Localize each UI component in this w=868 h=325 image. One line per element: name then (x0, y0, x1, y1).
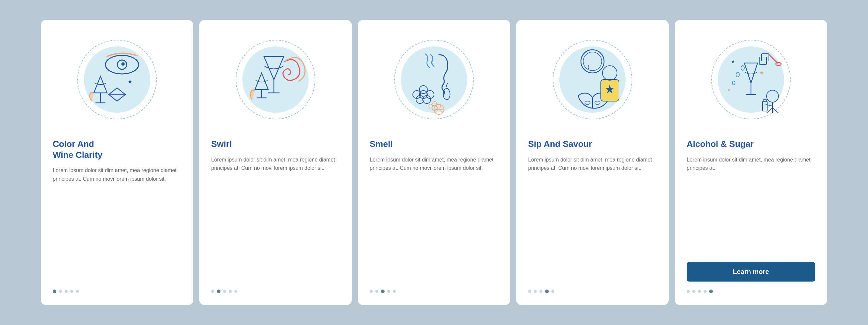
dot (387, 290, 390, 293)
illustration-sip-savour (528, 30, 657, 129)
sip-icon (549, 36, 636, 123)
svg-text:★: ★ (731, 59, 735, 64)
dot (704, 290, 707, 293)
card-5-title: Alcohol & Sugar (687, 139, 754, 150)
eye-wine-icon: ✦ (74, 36, 160, 123)
svg-text:✦: ✦ (127, 78, 133, 86)
swirl-icon (232, 36, 319, 123)
svg-point-38 (736, 72, 739, 77)
dot (229, 290, 232, 293)
svg-point-31 (585, 101, 590, 105)
card-4-text: Lorem ipsum dolor sit dim amet, mea regi… (528, 155, 657, 280)
svg-point-47 (767, 90, 778, 102)
svg-point-19 (420, 86, 427, 93)
dot (70, 290, 73, 293)
cards-container: ✦ Color And Wine Clarity Lorem ipsum dol… (41, 20, 827, 305)
svg-point-29 (581, 50, 604, 73)
svg-point-43 (776, 62, 781, 66)
svg-line-7 (109, 88, 117, 94)
dot (223, 290, 226, 293)
svg-point-21 (429, 104, 433, 108)
card-2-dots (211, 290, 238, 293)
dot-active (709, 290, 713, 293)
svg-point-37 (741, 66, 744, 70)
illustration-alcohol-sugar: ★ ★ ★ (687, 30, 815, 129)
svg-point-39 (733, 81, 735, 85)
svg-line-42 (769, 55, 777, 63)
dot (370, 290, 373, 293)
alcohol-icon: ★ ★ ★ (708, 36, 794, 123)
dot (698, 290, 701, 293)
dot-active (381, 290, 384, 293)
card-4-dots (528, 290, 554, 293)
dot (687, 290, 690, 293)
card-1-text: Lorem ipsum dolor sit dim amet, mea regi… (53, 166, 181, 280)
card-swirl: Swirl Lorem ipsum dolor sit dim amet, me… (199, 20, 352, 305)
svg-point-32 (595, 101, 600, 105)
dot (528, 290, 531, 293)
dot-active (545, 290, 549, 293)
dot (65, 290, 68, 293)
dot (375, 290, 378, 293)
card-sip-savour: Sip And Savour Lorem ipsum dolor sit dim… (516, 20, 669, 305)
illustration-swirl (211, 30, 340, 129)
illustration-smell (370, 30, 498, 129)
svg-point-34 (602, 66, 617, 80)
svg-rect-48 (763, 101, 767, 111)
card-4-title: Sip And Savour (528, 139, 592, 150)
card-1-title: Color And Wine Clarity (53, 139, 102, 160)
card-5-text: Lorem ipsum dolor sit dim amet, mea regi… (687, 155, 815, 253)
svg-line-8 (117, 88, 125, 94)
svg-text:★: ★ (759, 70, 764, 76)
dot (534, 290, 537, 293)
smell-icon (391, 36, 477, 123)
dot (692, 290, 695, 293)
illustration-color-wine-clarity: ✦ (53, 30, 181, 129)
card-2-text: Lorem ipsum dolor sit dim amet, mea regi… (211, 155, 340, 280)
card-1-dots (53, 290, 79, 293)
card-3-title: Smell (370, 139, 393, 150)
learn-more-button[interactable]: Learn more (687, 262, 815, 282)
svg-point-30 (583, 52, 602, 71)
dot (235, 290, 238, 293)
svg-point-2 (121, 62, 125, 66)
dot (539, 290, 542, 293)
card-color-wine-clarity: ✦ Color And Wine Clarity Lorem ipsum dol… (41, 20, 193, 305)
dot-active (53, 290, 56, 293)
svg-text:★: ★ (727, 88, 731, 92)
card-smell: Smell Lorem ipsum dolor sit dim amet, me… (358, 20, 510, 305)
card-alcohol-sugar: ★ ★ ★ Alcohol & Sugar Lorem ipsum dolor … (675, 20, 827, 305)
card-5-dots (687, 290, 713, 293)
card-3-text: Lorem ipsum dolor sit dim amet, mea regi… (370, 155, 498, 280)
dot (76, 290, 79, 293)
dot-active (217, 290, 220, 293)
card-2-title: Swirl (211, 139, 232, 150)
dot (393, 290, 396, 293)
dot (211, 290, 214, 293)
card-3-dots (370, 290, 396, 293)
dot (59, 290, 62, 293)
dot (551, 290, 554, 293)
